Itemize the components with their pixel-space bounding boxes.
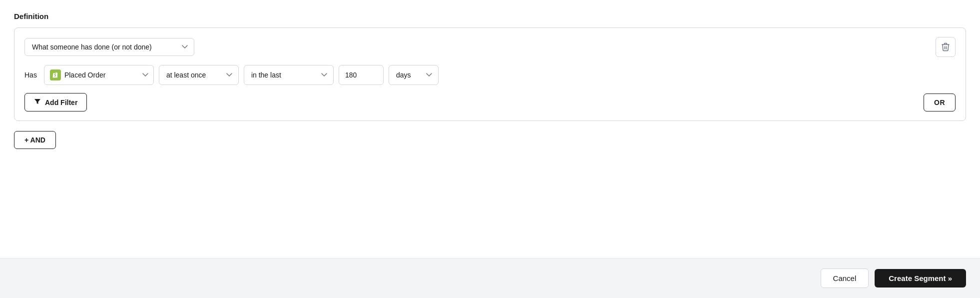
add-filter-button[interactable]: Add Filter <box>24 93 87 112</box>
and-button[interactable]: + AND <box>14 131 56 149</box>
delete-button[interactable] <box>936 37 956 57</box>
number-input[interactable] <box>339 65 384 85</box>
condition-select-wrapper: What someone has done (or not done) Who … <box>24 38 194 56</box>
shopify-icon <box>49 69 61 81</box>
event-select[interactable]: Placed Order Viewed Page Clicked Email <box>64 71 148 79</box>
condition-select[interactable]: What someone has done (or not done) Who … <box>24 38 194 56</box>
event-select-wrapper[interactable]: Placed Order Viewed Page Clicked Email <box>44 65 154 85</box>
add-filter-label: Add Filter <box>45 98 77 106</box>
time-select[interactable]: in the last before after between <box>244 65 334 85</box>
create-segment-button[interactable]: Create Segment » <box>875 269 966 288</box>
definition-box: What someone has done (or not done) Who … <box>14 28 966 121</box>
and-row: + AND <box>14 131 966 149</box>
has-label: Has <box>24 71 37 79</box>
or-button[interactable]: OR <box>924 94 956 112</box>
section-title: Definition <box>14 12 966 20</box>
top-row: What someone has done (or not done) Who … <box>24 37 956 57</box>
filter-icon <box>34 98 41 106</box>
main-content: Definition What someone has done (or not… <box>0 0 980 258</box>
filter-row: Has Placed Order Viewed Page Clicked Ema… <box>24 65 956 85</box>
unit-select[interactable]: days weeks months years <box>389 65 439 85</box>
cancel-button[interactable]: Cancel <box>821 268 869 288</box>
and-label: + AND <box>24 136 45 144</box>
page-container: Definition What someone has done (or not… <box>0 0 980 298</box>
bottom-row: Add Filter OR <box>24 93 956 112</box>
footer-bar: Cancel Create Segment » <box>0 258 980 298</box>
shopify-bag-icon <box>50 70 61 80</box>
trash-icon <box>942 42 950 52</box>
frequency-select[interactable]: at least once exactly more than less tha… <box>159 65 239 85</box>
